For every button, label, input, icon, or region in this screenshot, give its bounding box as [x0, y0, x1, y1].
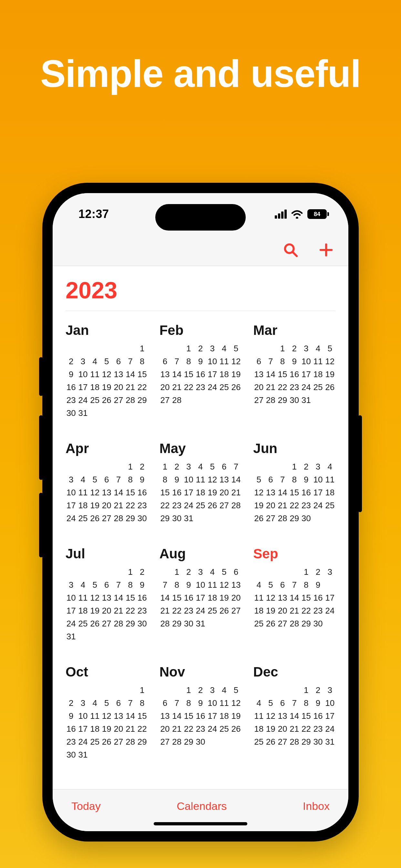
day-cell[interactable]: 21 [113, 500, 124, 510]
day-cell[interactable]: 26 [324, 382, 335, 392]
day-cell[interactable]: 15 [125, 487, 136, 498]
day-cell[interactable]: 25 [195, 500, 206, 510]
day-cell[interactable]: 21 [171, 724, 182, 734]
day-cell[interactable]: 24 [207, 724, 218, 734]
day-cell[interactable]: 3 [66, 580, 77, 590]
day-cell[interactable]: 11 [253, 711, 265, 721]
day-cell[interactable]: 22 [183, 724, 194, 734]
day-cell[interactable]: 10 [207, 698, 218, 708]
day-cell[interactable]: 17 [66, 500, 77, 510]
day-cell[interactable]: 15 [183, 711, 194, 721]
add-icon[interactable] [319, 243, 334, 259]
month-dec[interactable]: Dec....123456789101112131415161718192021… [253, 664, 335, 760]
day-cell[interactable]: 29 [171, 618, 182, 629]
day-cell[interactable]: 4 [324, 461, 335, 472]
day-cell[interactable]: 28 [265, 395, 276, 405]
day-cell[interactable]: 18 [219, 711, 230, 721]
day-cell[interactable]: 11 [89, 711, 100, 721]
day-cell[interactable]: 17 [207, 369, 218, 379]
day-cell[interactable]: 24 [312, 500, 324, 510]
day-cell[interactable]: 1 [125, 461, 136, 472]
day-cell[interactable]: 20 [253, 382, 265, 392]
day-cell[interactable]: 26 [230, 382, 242, 392]
day-cell[interactable]: 12 [265, 711, 276, 721]
day-cell[interactable]: 27 [230, 606, 242, 616]
day-cell[interactable]: 15 [183, 369, 194, 379]
day-cell[interactable]: 17 [207, 711, 218, 721]
day-cell[interactable]: 7 [230, 461, 242, 472]
day-cell[interactable]: 5 [101, 698, 112, 708]
day-cell[interactable]: 17 [183, 487, 194, 498]
day-cell[interactable]: 7 [171, 356, 182, 367]
day-cell[interactable]: 2 [301, 461, 312, 472]
day-cell[interactable]: 7 [159, 580, 171, 590]
day-cell[interactable]: 10 [195, 580, 206, 590]
day-cell[interactable]: 7 [125, 698, 136, 708]
day-cell[interactable]: 12 [89, 487, 100, 498]
day-cell[interactable]: 27 [265, 513, 276, 523]
day-cell[interactable]: 28 [113, 513, 124, 523]
day-cell[interactable]: 12 [101, 369, 112, 379]
day-cell[interactable]: 6 [159, 356, 171, 367]
day-cell[interactable]: 16 [195, 369, 206, 379]
day-cell[interactable]: 25 [253, 618, 265, 629]
day-cell[interactable]: 25 [89, 737, 100, 747]
month-mar[interactable]: Mar..12345678910111213141516171819202122… [253, 322, 335, 418]
day-cell[interactable]: 20 [159, 382, 171, 392]
day-cell[interactable]: 25 [219, 382, 230, 392]
day-cell[interactable]: 28 [159, 618, 171, 629]
day-cell[interactable]: 9 [301, 474, 312, 485]
day-cell[interactable]: 4 [195, 461, 206, 472]
day-cell[interactable]: 18 [253, 606, 265, 616]
day-cell[interactable]: 9 [171, 474, 182, 485]
day-cell[interactable]: 22 [301, 724, 312, 734]
month-jun[interactable]: Jun...1234567891011121314151617181920212… [253, 441, 335, 523]
day-cell[interactable]: 26 [207, 500, 218, 510]
day-cell[interactable]: 3 [324, 685, 335, 695]
day-cell[interactable]: 21 [289, 724, 300, 734]
day-cell[interactable]: 31 [66, 631, 77, 642]
day-cell[interactable]: 6 [230, 567, 242, 577]
day-cell[interactable]: 2 [136, 461, 148, 472]
day-cell[interactable]: 25 [78, 618, 89, 629]
day-cell[interactable]: 24 [66, 513, 77, 523]
day-cell[interactable]: 23 [301, 500, 312, 510]
day-cell[interactable]: 7 [171, 698, 182, 708]
day-cell[interactable]: 13 [253, 369, 265, 379]
day-cell[interactable]: 31 [78, 408, 89, 418]
day-cell[interactable]: 19 [101, 382, 112, 392]
day-cell[interactable]: 1 [301, 685, 312, 695]
day-cell[interactable]: 27 [253, 395, 265, 405]
day-cell[interactable]: 24 [78, 395, 89, 405]
day-cell[interactable]: 13 [101, 487, 112, 498]
day-cell[interactable]: 31 [301, 395, 312, 405]
day-cell[interactable]: 10 [66, 593, 77, 603]
day-cell[interactable]: 8 [171, 580, 182, 590]
day-cell[interactable]: 24 [301, 382, 312, 392]
day-cell[interactable]: 10 [207, 356, 218, 367]
day-cell[interactable]: 1 [301, 567, 312, 577]
day-cell[interactable]: 19 [265, 724, 276, 734]
day-cell[interactable]: 23 [66, 395, 77, 405]
day-cell[interactable]: 2 [289, 343, 300, 353]
day-cell[interactable]: 27 [219, 500, 230, 510]
day-cell[interactable]: 16 [289, 369, 300, 379]
day-cell[interactable]: 16 [66, 382, 77, 392]
day-cell[interactable]: 26 [89, 513, 100, 523]
day-cell[interactable]: 20 [277, 606, 288, 616]
day-cell[interactable]: 14 [277, 487, 288, 498]
day-cell[interactable]: 3 [183, 461, 194, 472]
day-cell[interactable]: 9 [312, 580, 324, 590]
day-cell[interactable]: 11 [207, 580, 218, 590]
day-cell[interactable]: 27 [277, 618, 288, 629]
day-cell[interactable]: 13 [265, 487, 276, 498]
day-cell[interactable]: 20 [159, 724, 171, 734]
day-cell[interactable]: 25 [207, 606, 218, 616]
day-cell[interactable]: 4 [89, 356, 100, 367]
day-cell[interactable]: 3 [66, 474, 77, 485]
day-cell[interactable]: 29 [183, 737, 194, 747]
day-cell[interactable]: 14 [125, 369, 136, 379]
day-cell[interactable]: 8 [289, 474, 300, 485]
day-cell[interactable]: 18 [253, 724, 265, 734]
day-cell[interactable]: 18 [78, 606, 89, 616]
